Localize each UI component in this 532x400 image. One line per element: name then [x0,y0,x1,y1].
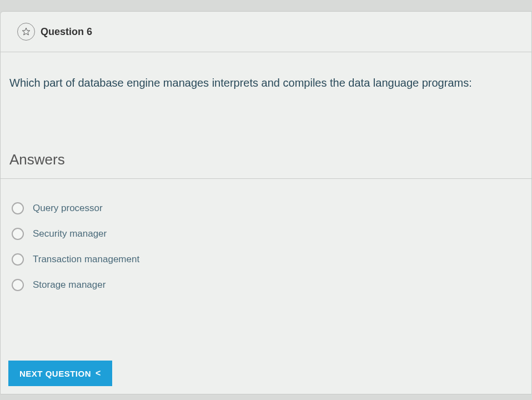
chevron-left-icon: < [96,368,101,378]
svg-marker-0 [22,28,29,35]
answer-option-3[interactable]: Storage manager [12,272,520,298]
next-question-button[interactable]: NEXT QUESTION < [8,361,112,386]
radio-icon [12,228,24,240]
answer-option-0[interactable]: Query processor [12,196,520,221]
answers-list: Query processor Security manager Transac… [1,179,531,309]
answer-text: Security manager [33,228,107,239]
radio-icon [12,202,24,214]
question-text: Which part of database engine manages in… [1,52,531,141]
answer-option-1[interactable]: Security manager [12,221,520,247]
star-icon [22,27,31,36]
question-header: Question 6 [1,12,531,52]
answer-text: Storage manager [33,279,106,291]
answers-heading: Answers [1,141,531,179]
quiz-card: Question 6 Which part of database engine… [0,11,532,394]
question-label: Question 6 [41,26,92,38]
answer-option-2[interactable]: Transaction management [12,247,520,272]
radio-icon [12,279,24,291]
answer-text: Transaction management [33,254,139,265]
next-button-label: NEXT QUESTION [19,369,91,378]
radio-icon [12,253,24,266]
answer-text: Query processor [33,203,103,214]
star-button[interactable] [17,23,35,41]
